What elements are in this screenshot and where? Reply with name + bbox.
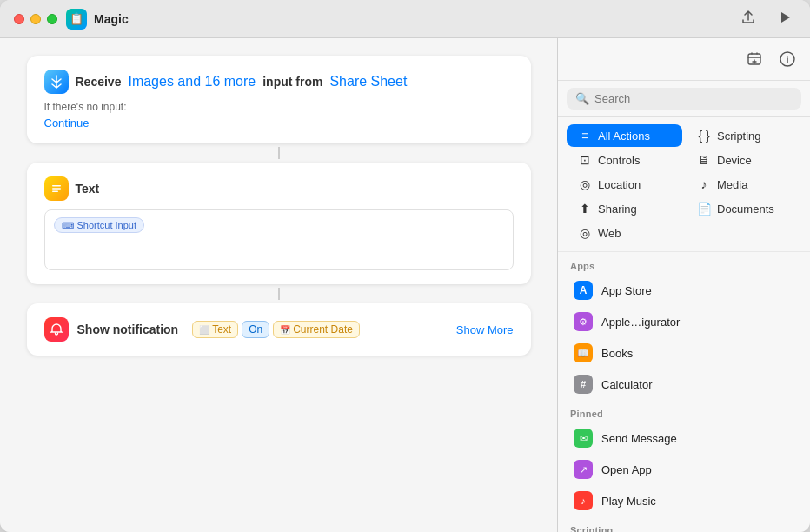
controls-label: Controls — [598, 154, 640, 167]
action-open-app[interactable]: ↗ Open App — [565, 454, 803, 485]
action-app-store[interactable]: A App Store — [565, 275, 803, 306]
location-label: Location — [598, 178, 641, 191]
receive-source-link[interactable]: Share Sheet — [329, 74, 407, 90]
all-actions-icon: ≡ — [577, 129, 593, 143]
text-card-header: Text — [44, 176, 514, 201]
notification-card: Show notification ⬜ Text On 📅 Current Da… — [27, 303, 531, 356]
apple-configurator-icon: ⚙ — [574, 312, 593, 331]
search-box: 🔍 — [567, 88, 801, 110]
receive-input-link[interactable]: Images and 16 more — [128, 74, 256, 90]
window-title: Magic — [94, 12, 129, 26]
maximize-button[interactable] — [47, 14, 57, 24]
play-music-icon: ♪ — [574, 491, 593, 510]
notification-title: Show notification — [77, 323, 179, 336]
tag-on: On — [242, 321, 269, 338]
svg-rect-1 — [52, 188, 61, 190]
app-store-icon: A — [574, 281, 593, 300]
category-media[interactable]: ♪ Media — [686, 173, 801, 196]
receive-label: Receive — [76, 75, 122, 89]
open-app-icon: ↗ — [574, 460, 593, 479]
scripting-icon: { } — [696, 129, 712, 143]
documents-icon: 📄 — [696, 202, 712, 216]
shortcut-label: Shortcut Input — [77, 220, 137, 230]
search-icon: 🔍 — [575, 92, 589, 105]
play-button[interactable] — [773, 6, 796, 32]
category-row-2: ⊡ Controls 🖥 Device — [567, 149, 801, 171]
sharing-icon: ⬆ — [577, 202, 593, 216]
text-card-title: Text — [76, 182, 100, 196]
scripting-section-label: Scripting — [565, 516, 803, 532]
text-input-area[interactable]: ⌨ Shortcut Input — [44, 209, 514, 270]
all-actions-label: All Actions — [598, 130, 650, 143]
category-controls[interactable]: ⊡ Controls — [567, 149, 682, 171]
svg-rect-2 — [52, 191, 58, 193]
web-label: Web — [598, 227, 621, 240]
category-row-1: ≡ All Actions { } Scripting — [567, 124, 801, 147]
notification-icon — [44, 317, 69, 342]
category-documents[interactable]: 📄 Documents — [686, 197, 801, 220]
divider-2 — [278, 288, 280, 300]
main-window: 📋 Magic — [0, 0, 810, 532]
category-web[interactable]: ◎ Web — [567, 222, 801, 244]
device-label: Device — [717, 154, 752, 167]
action-apple-configurator[interactable]: ⚙ Apple…igurator — [565, 306, 803, 337]
actions-sidebar: 🔍 ≡ All Actions { } Scripting — [558, 38, 810, 532]
send-message-icon: ✉ — [574, 429, 593, 448]
media-icon: ♪ — [696, 177, 712, 191]
calculator-icon: # — [574, 375, 593, 394]
category-all-actions[interactable]: ≡ All Actions — [567, 124, 682, 147]
category-location[interactable]: ◎ Location — [567, 173, 682, 196]
app-store-label: App Store — [601, 284, 652, 297]
action-send-message[interactable]: ✉ Send Message — [565, 422, 803, 454]
action-books[interactable]: 📖 Books — [565, 337, 803, 369]
receive-card-header: Receive Images and 16 more input from Sh… — [44, 70, 514, 94]
scripting-label: Scripting — [717, 130, 761, 143]
close-button[interactable] — [14, 14, 24, 24]
app-icon: 📋 — [66, 9, 87, 30]
tag-text: ⬜ Text — [192, 321, 238, 338]
pinned-section-label: Pinned — [565, 400, 803, 422]
action-play-music[interactable]: ♪ Play Music — [565, 485, 803, 516]
receive-card: Receive Images and 16 more input from Sh… — [27, 56, 531, 143]
category-scripting[interactable]: { } Scripting — [686, 124, 801, 147]
open-app-label: Open App — [601, 463, 652, 476]
media-label: Media — [717, 178, 747, 191]
category-sharing[interactable]: ⬆ Sharing — [567, 197, 682, 220]
text-icon — [44, 176, 69, 201]
traffic-lights — [14, 14, 57, 24]
show-more-button[interactable]: Show More — [456, 323, 514, 336]
action-calculator[interactable]: # Calculator — [565, 369, 803, 400]
categories: ≡ All Actions { } Scripting ⊡ Controls 🖥 — [558, 117, 810, 252]
workflow-canvas: Receive Images and 16 more input from Sh… — [0, 38, 558, 532]
share-button[interactable] — [737, 6, 760, 32]
minimize-button[interactable] — [30, 14, 41, 24]
receive-input-from: input from — [262, 75, 322, 89]
apps-section-label: Apps — [565, 252, 803, 275]
no-input-label: If there's no input: — [44, 101, 514, 113]
sharing-label: Sharing — [598, 203, 637, 216]
titlebar: 📋 Magic — [0, 0, 810, 38]
web-icon: ◎ — [577, 226, 593, 240]
text-card: Text ⌨ Shortcut Input — [27, 163, 531, 284]
apple-configurator-label: Apple…igurator — [601, 316, 680, 329]
calculator-label: Calculator — [601, 378, 653, 391]
documents-label: Documents — [717, 203, 774, 216]
notification-tags: ⬜ Text On 📅 Current Date — [192, 321, 360, 338]
svg-rect-0 — [52, 185, 61, 187]
info-button[interactable] — [777, 49, 798, 73]
shortcut-icon: ⌨ — [62, 221, 74, 230]
books-label: Books — [601, 347, 633, 360]
location-icon: ◎ — [577, 177, 593, 191]
divider-1 — [278, 147, 280, 159]
continue-link[interactable]: Continue — [44, 116, 514, 130]
play-music-label: Play Music — [601, 495, 656, 508]
device-icon: 🖥 — [696, 153, 712, 167]
controls-icon: ⊡ — [577, 153, 593, 167]
category-device[interactable]: 🖥 Device — [686, 149, 801, 171]
add-to-shortcuts-button[interactable] — [744, 49, 765, 73]
shortcut-badge: ⌨ Shortcut Input — [54, 217, 145, 233]
search-input[interactable] — [594, 92, 793, 105]
receive-icon — [44, 70, 69, 94]
titlebar-actions — [737, 6, 796, 32]
send-message-label: Send Message — [601, 432, 677, 445]
